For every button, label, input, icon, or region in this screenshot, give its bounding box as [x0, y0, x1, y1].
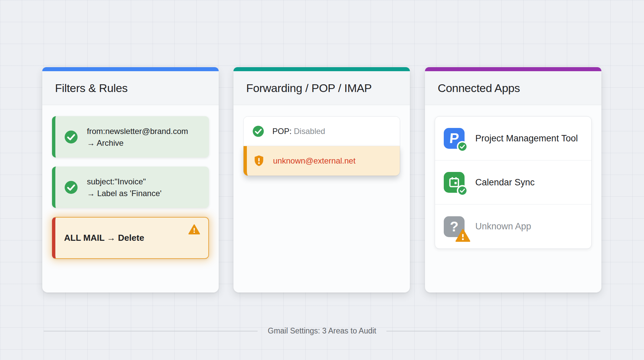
card-body: P Project Management Tool — [425, 105, 601, 260]
card-body: POP: Disabled unknown@external.net — [233, 105, 410, 187]
app-row-unknown-app[interactable]: ? Unknown App — [435, 205, 591, 249]
app-name: Project Management Tool — [475, 133, 578, 144]
check-circle-icon — [252, 125, 264, 137]
filters-rules-card: Filters & Rules from:newsletter@brand.co… — [42, 67, 219, 292]
filter-rule-action: → Archive — [87, 137, 188, 149]
filter-rule-all-mail-delete[interactable]: ALL MAIL → Delete — [52, 217, 209, 259]
app-icon-wrap — [444, 172, 465, 193]
shield-exclamation-icon — [253, 154, 265, 168]
warning-triangle-icon — [455, 228, 471, 242]
connected-apps-list: P Project Management Tool — [435, 116, 592, 249]
connected-apps-card: Connected Apps P Project Management Tool — [425, 67, 601, 292]
card-title: Connected Apps — [438, 82, 520, 95]
app-row-calendar-sync[interactable]: Calendar Sync — [435, 161, 591, 205]
pop-status-text: POP: Disabled — [272, 127, 325, 136]
page-caption: Gmail Settings: 3 Areas to Audit — [268, 326, 376, 335]
warning-triangle-icon — [188, 224, 200, 235]
filter-rule-text: ALL MAIL → Delete — [64, 232, 144, 244]
card-accent-bar — [233, 67, 410, 71]
filter-rule-action: → Label as 'Finance' — [87, 187, 162, 199]
connected-check-badge-icon — [458, 186, 467, 195]
card-body: from:newsletter@brand.com → Archive subj… — [42, 105, 219, 279]
pop-status-row[interactable]: POP: Disabled — [244, 117, 400, 146]
page-caption-divider: Gmail Settings: 3 Areas to Audit — [44, 326, 600, 335]
app-name: Unknown App — [475, 221, 531, 232]
filter-rule-text: from:newsletter@brand.com → Archive — [87, 125, 188, 149]
connected-check-badge-icon — [458, 142, 467, 151]
pop-value: Disabled — [294, 127, 325, 136]
filter-rule-newsletter-archive[interactable]: from:newsletter@brand.com → Archive — [52, 116, 209, 158]
app-row-project-management[interactable]: P Project Management Tool — [435, 117, 591, 161]
filter-rule-text: subject:"Invoice" → Label as 'Finance' — [87, 176, 162, 199]
card-accent-bar — [425, 67, 601, 71]
card-header: Connected Apps — [425, 71, 601, 105]
card-accent-bar — [42, 67, 219, 71]
forwarding-unknown-address-row[interactable]: unknown@external.net — [244, 146, 400, 176]
app-icon-wrap: ? — [444, 216, 465, 237]
forwarding-status-list: POP: Disabled unknown@external.net — [243, 116, 400, 176]
card-header: Forwarding / POP / IMAP — [233, 71, 410, 105]
check-circle-icon — [64, 180, 78, 194]
card-title: Forwarding / POP / IMAP — [246, 82, 372, 95]
check-circle-icon — [64, 130, 78, 144]
filter-rule-invoice-finance[interactable]: subject:"Invoice" → Label as 'Finance' — [52, 167, 209, 208]
card-header: Filters & Rules — [42, 71, 219, 105]
filter-rule-query: subject:"Invoice" — [87, 176, 162, 187]
forwarding-address: unknown@external.net — [273, 156, 356, 166]
forwarding-pop-imap-card: Forwarding / POP / IMAP POP: Disabled — [233, 67, 410, 292]
pop-label: POP: — [272, 127, 291, 136]
app-name: Calendar Sync — [475, 177, 535, 188]
card-title: Filters & Rules — [55, 82, 128, 95]
app-icon-wrap: P — [444, 128, 465, 149]
filter-rule-query: from:newsletter@brand.com — [87, 125, 188, 137]
